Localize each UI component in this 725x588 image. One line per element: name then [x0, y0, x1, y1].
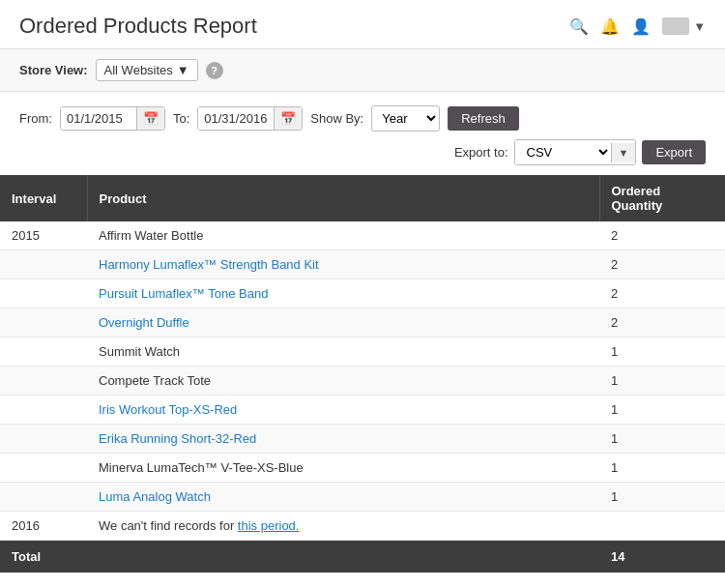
cell-product: Luma Analog Watch: [87, 483, 599, 512]
store-view-value: All Websites: [104, 63, 173, 77]
cell-qty: 2: [599, 309, 725, 338]
to-calendar-icon[interactable]: 📅: [274, 107, 302, 130]
to-date-wrap: 📅: [197, 106, 303, 131]
cell-product: Affirm Water Bottle: [87, 221, 599, 250]
cell-product: Overnight Duffle: [87, 309, 599, 338]
cell-product: Harmony Lumaflex™ Strength Band Kit: [87, 250, 599, 279]
from-date-wrap: 📅: [60, 106, 165, 131]
cell-qty: [599, 512, 725, 541]
cell-product: Compete Track Tote: [87, 367, 599, 396]
table-row: Erika Running Short-32-Red1: [0, 425, 725, 454]
product-link[interactable]: Harmony Lumaflex™ Strength Band Kit: [99, 257, 319, 272]
cell-interval: [0, 483, 87, 512]
table-footer-row: Total 14: [0, 541, 725, 573]
product-link[interactable]: Erika Running Short-32-Red: [99, 431, 256, 446]
cell-qty: 1: [599, 425, 725, 454]
cell-interval: [0, 250, 87, 279]
cell-qty: 1: [599, 396, 725, 425]
help-icon[interactable]: ?: [206, 62, 223, 79]
from-date-input[interactable]: [61, 107, 136, 130]
export-label: Export to:: [454, 145, 508, 160]
cell-qty: 1: [599, 454, 725, 483]
cell-product: Erika Running Short-32-Red: [87, 425, 599, 454]
to-date-input[interactable]: [198, 107, 274, 130]
user-dropdown-arrow: ▼: [693, 19, 706, 34]
table-row: 2015Affirm Water Bottle2: [0, 221, 725, 250]
store-view-label: Store View:: [19, 63, 88, 77]
store-view-arrow: ▼: [177, 63, 189, 77]
table-row: Compete Track Tote1: [0, 367, 725, 396]
cell-interval: [0, 338, 87, 367]
footer-total-label: Total: [0, 541, 87, 573]
cell-qty: 1: [599, 338, 725, 367]
export-format-select[interactable]: CSV Excel XML: [515, 140, 611, 164]
table-body: 2015Affirm Water Bottle2Harmony Lumaflex…: [0, 221, 725, 541]
product-link[interactable]: Overnight Duffle: [99, 315, 189, 330]
from-label: From:: [19, 111, 52, 126]
cell-qty: 2: [599, 279, 725, 309]
this-period-link[interactable]: this period.: [238, 518, 300, 533]
bell-icon[interactable]: 🔔: [600, 17, 620, 36]
user-menu[interactable]: ▼: [662, 17, 706, 35]
export-select-arrow[interactable]: ▼: [611, 143, 636, 162]
cell-product: Pursuit Lumaflex™ Tone Band: [87, 279, 599, 309]
cell-interval: [0, 309, 87, 338]
table-row: Harmony Lumaflex™ Strength Band Kit2: [0, 250, 725, 279]
table-row: Iris Workout Top-XS-Red1: [0, 396, 725, 425]
store-view-bar: Store View: All Websites ▼ ?: [0, 49, 725, 92]
export-button[interactable]: Export: [642, 140, 706, 164]
cell-product: Summit Watch: [87, 338, 599, 367]
table-row: Pursuit Lumaflex™ Tone Band2: [0, 279, 725, 309]
cell-interval: 2015: [0, 221, 87, 250]
table-row: 2016We can't find records for this perio…: [0, 512, 725, 541]
col-header-interval: Interval: [0, 175, 87, 221]
col-header-product: Product: [87, 175, 599, 221]
table-header-row: Interval Product Ordered Quantity: [0, 175, 725, 221]
cell-interval: [0, 367, 87, 396]
product-link[interactable]: Pursuit Lumaflex™ Tone Band: [99, 286, 268, 301]
footer-empty: [87, 541, 599, 573]
store-view-select[interactable]: All Websites ▼: [96, 59, 198, 81]
refresh-button[interactable]: Refresh: [448, 106, 519, 131]
header-icons: 🔍 🔔 👤 ▼: [569, 17, 706, 36]
cell-qty: 1: [599, 483, 725, 512]
cell-interval: [0, 454, 87, 483]
cell-qty: 1: [599, 367, 725, 396]
filter-bar: From: 📅 To: 📅 Show By: Year Month Day Re…: [0, 92, 725, 139]
table-row: Luma Analog Watch1: [0, 483, 725, 512]
cell-product: Minerva LumaTech™ V-Tee-XS-Blue: [87, 454, 599, 483]
product-link[interactable]: Iris Workout Top-XS-Red: [99, 402, 237, 417]
cell-interval: [0, 396, 87, 425]
product-link[interactable]: Luma Analog Watch: [99, 489, 211, 504]
user-icon[interactable]: 👤: [631, 17, 651, 36]
show-by-select[interactable]: Year Month Day: [371, 105, 440, 132]
cell-qty: 2: [599, 221, 725, 250]
table-foot: Total 14: [0, 541, 725, 573]
to-label: To:: [173, 111, 189, 126]
table-head: Interval Product Ordered Quantity: [0, 175, 725, 221]
cell-qty: 2: [599, 250, 725, 279]
export-row: Export to: CSV Excel XML ▼ Export: [0, 139, 725, 175]
table-row: Summit Watch1: [0, 338, 725, 367]
from-calendar-icon[interactable]: 📅: [136, 107, 164, 130]
report-table: Interval Product Ordered Quantity 2015Af…: [0, 175, 725, 573]
export-format-wrap: CSV Excel XML ▼: [514, 139, 637, 165]
page-title: Ordered Products Report: [19, 14, 257, 39]
show-by-label: Show By:: [310, 111, 363, 126]
cell-product: Iris Workout Top-XS-Red: [87, 396, 599, 425]
table-row: Overnight Duffle2: [0, 309, 725, 338]
table-row: Minerva LumaTech™ V-Tee-XS-Blue1: [0, 454, 725, 483]
cell-interval: [0, 425, 87, 454]
user-avatar: [662, 17, 689, 35]
search-icon[interactable]: 🔍: [569, 17, 589, 36]
top-header: Ordered Products Report 🔍 🔔 👤 ▼: [0, 0, 725, 49]
cell-product: We can't find records for this period.: [87, 512, 599, 541]
footer-total-qty: 14: [599, 541, 725, 573]
col-header-qty: Ordered Quantity: [599, 175, 725, 221]
cell-interval: [0, 279, 87, 309]
cell-interval: 2016: [0, 512, 87, 541]
